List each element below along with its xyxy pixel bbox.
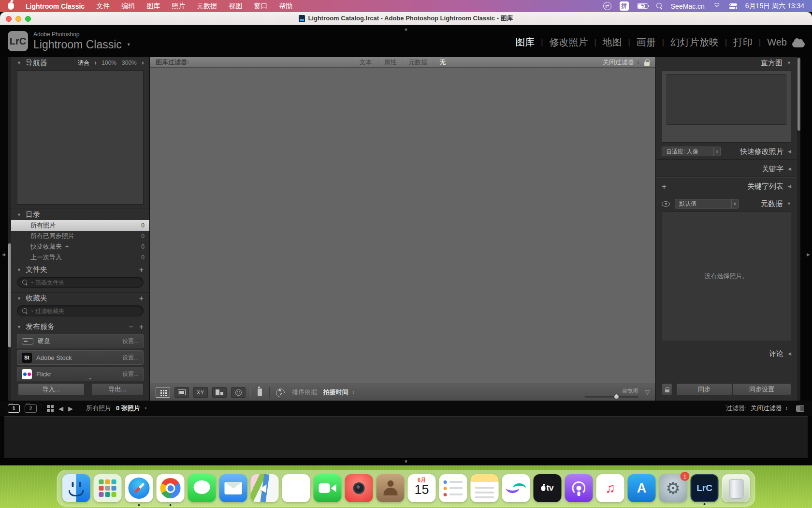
zoom-window-button[interactable] xyxy=(25,16,31,22)
second-window-button[interactable]: 2 xyxy=(25,404,37,413)
survey-view-button[interactable] xyxy=(212,387,227,398)
network-name[interactable]: SeeMac.cn xyxy=(671,2,705,10)
zoom-fit-option[interactable]: 适合 xyxy=(78,59,89,67)
cloud-sync-icon[interactable] xyxy=(792,41,805,47)
module-library[interactable]: 图库 xyxy=(515,36,535,49)
filter-preset-dropdown[interactable]: 关闭过滤器 xyxy=(603,58,634,67)
dock-app-app-store[interactable]: A xyxy=(628,474,656,502)
keyword-list-disclosure-icon[interactable]: ◀ xyxy=(788,184,791,189)
input-method-icon[interactable]: 拼 xyxy=(620,1,629,11)
spotlight-icon[interactable] xyxy=(656,3,663,9)
service-settings-button[interactable]: 设置... xyxy=(122,354,139,362)
service-settings-button[interactable]: 设置... xyxy=(122,337,139,345)
comments-header[interactable]: 评论 ◀ xyxy=(656,348,797,359)
dock-app-messages[interactable] xyxy=(188,474,216,502)
filmstrip-filter-stepper-icon[interactable]: ▴▾ xyxy=(786,406,787,410)
catalog-item-all-photos[interactable]: 所有照片 0 xyxy=(11,220,149,231)
filter-lock-icon[interactable] xyxy=(644,59,650,66)
sync-settings-button[interactable]: 同步设置 xyxy=(732,383,791,396)
publish-disclosure-icon[interactable]: ▼ xyxy=(17,325,21,329)
dock-app-finder[interactable] xyxy=(62,474,90,502)
catalog-header[interactable]: ▼ 目录 xyxy=(11,209,149,220)
quick-develop-preset-dropdown[interactable]: 自适应: 人像 ▴▾ xyxy=(662,147,721,156)
filmstrip-filter-switch-icon[interactable] xyxy=(796,405,804,412)
dock-app-mail[interactable] xyxy=(219,474,247,502)
grid-view-button[interactable] xyxy=(156,387,170,398)
folders-search-input[interactable] xyxy=(35,279,138,286)
menu-photo[interactable]: 照片 xyxy=(172,2,185,11)
dock-app-chrome[interactable] xyxy=(157,474,185,502)
search-caret-icon[interactable]: ▾ xyxy=(31,309,33,313)
dock-app-podcasts[interactable] xyxy=(565,474,593,502)
publish-services-header[interactable]: ▼ 发布服务 − + xyxy=(11,321,149,332)
module-web[interactable]: Web xyxy=(767,37,787,48)
dock-app-freeform[interactable] xyxy=(502,474,530,502)
dock-app-photos[interactable] xyxy=(282,474,310,502)
close-window-button[interactable] xyxy=(6,16,12,22)
dock-app-calendar[interactable]: 6月 15 xyxy=(408,474,436,502)
metadata-header[interactable]: 默认值 ▴▾ 元数据 ▼ xyxy=(656,198,797,209)
battery-icon[interactable]: ϟ xyxy=(637,3,648,9)
folders-search-box[interactable]: ▾ xyxy=(17,277,144,288)
remove-publish-service-button[interactable]: − xyxy=(129,323,133,331)
loupe-view-button[interactable] xyxy=(174,387,189,398)
menu-metadata[interactable]: 元数据 xyxy=(197,2,217,11)
collections-disclosure-icon[interactable]: ▼ xyxy=(17,296,21,301)
keywording-disclosure-icon[interactable]: ◀ xyxy=(788,166,791,171)
add-folder-button[interactable]: + xyxy=(139,266,144,274)
dock-app-maps[interactable] xyxy=(251,474,279,502)
filter-tab-text[interactable]: 文本 xyxy=(360,58,372,67)
left-scrollbar-thumb[interactable] xyxy=(8,243,11,347)
menu-edit[interactable]: 编辑 xyxy=(121,2,135,11)
slider-knob[interactable] xyxy=(614,394,619,399)
navigator-header[interactable]: ▼ 导航器 适合 ▴▾ 100% 300% ▴▾ xyxy=(11,57,149,69)
sync-button[interactable]: 同步 xyxy=(676,383,732,396)
dropdown-stepper-icon[interactable]: ▴▾ xyxy=(713,147,720,156)
histogram-header[interactable]: 直方图 ▼ xyxy=(656,57,797,69)
service-settings-button[interactable]: 设置... xyxy=(122,370,139,378)
metadata-eye-icon[interactable] xyxy=(662,201,670,207)
identity-dropdown-icon[interactable]: ▼ xyxy=(127,42,131,47)
catalog-item-synced-photos[interactable]: 所有已同步照片 0 xyxy=(11,231,149,241)
right-panel-scrollbar[interactable] xyxy=(797,57,800,401)
filter-preset-stepper-icon[interactable]: ▴▾ xyxy=(638,60,639,64)
zoom-100-option[interactable]: 100% xyxy=(102,60,116,66)
dock-app-facetime[interactable] xyxy=(314,474,342,502)
catalog-item-previous-import[interactable]: 上一次导入 0 xyxy=(11,252,149,263)
module-map[interactable]: 地图 xyxy=(603,36,622,49)
control-center-icon[interactable] xyxy=(729,3,737,10)
dock-app-apple-tv[interactable]: tv xyxy=(534,474,562,502)
module-book[interactable]: 画册 xyxy=(637,36,656,49)
dock-app-contacts[interactable] xyxy=(377,474,405,502)
filter-tab-metadata[interactable]: 元数据 xyxy=(409,58,428,67)
keyword-list-header[interactable]: + 关键字列表 ◀ xyxy=(656,180,797,192)
publish-service-flickr[interactable]: Flickr 设置... xyxy=(17,367,144,381)
sort-stepper-icon[interactable]: ▴▾ xyxy=(353,390,354,394)
dropdown-stepper-icon[interactable]: ▴▾ xyxy=(731,199,738,208)
publish-service-adobe-stock[interactable]: St Adobe Stock 设置... xyxy=(17,350,144,365)
menu-view[interactable]: 视图 xyxy=(229,2,242,11)
grid-view-area[interactable] xyxy=(150,68,655,384)
dock-app-lightroom-classic[interactable]: LrC xyxy=(691,474,719,502)
quick-develop-header[interactable]: 自适应: 人像 ▴▾ 快速修改照片 ◀ xyxy=(656,146,797,157)
filter-tab-attribute[interactable]: 属性 xyxy=(384,58,397,67)
thumbnail-size-slider[interactable] xyxy=(584,396,638,398)
filter-tab-none[interactable]: 无 xyxy=(440,58,446,67)
menu-library[interactable]: 图库 xyxy=(146,2,160,11)
sort-by-value[interactable]: 拍摄时间 xyxy=(323,388,348,397)
folders-header[interactable]: ▼ 文件夹 + xyxy=(11,264,149,275)
dock-app-launchpad[interactable] xyxy=(94,474,122,502)
menu-app-name[interactable]: Lightroom Classic xyxy=(26,2,85,10)
sort-direction-icon[interactable]: AZ xyxy=(276,388,286,397)
import-button[interactable]: 导入... xyxy=(18,383,85,396)
dock-app-photo-booth[interactable] xyxy=(345,474,373,502)
metadata-preset-dropdown[interactable]: 默认值 ▴▾ xyxy=(675,199,739,209)
next-photo-arrow[interactable]: ▶ xyxy=(68,405,73,412)
add-publish-service-button[interactable]: + xyxy=(139,323,144,331)
dock-app-safari[interactable] xyxy=(125,474,153,502)
dock-app-reminders[interactable] xyxy=(439,474,467,502)
search-caret-icon[interactable]: ▾ xyxy=(31,281,33,284)
filmstrip-thumbnails-area[interactable] xyxy=(4,416,808,459)
catalog-disclosure-icon[interactable]: ▼ xyxy=(17,212,21,217)
navigator-disclosure-icon[interactable]: ▼ xyxy=(17,60,21,65)
